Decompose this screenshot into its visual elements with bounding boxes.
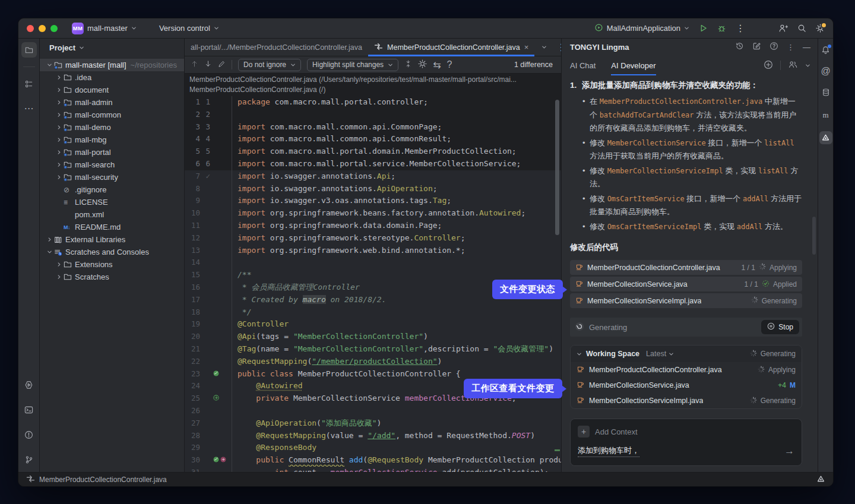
tab-ai-developer[interactable]: AI Developer bbox=[611, 55, 656, 75]
bean-icon[interactable] bbox=[213, 454, 219, 467]
lingma-status-icon[interactable] bbox=[816, 475, 825, 484]
stop-button[interactable]: Stop bbox=[761, 320, 799, 334]
tab-list-button[interactable] bbox=[542, 45, 547, 50]
diff-settings-button[interactable] bbox=[418, 59, 427, 71]
add-context-button[interactable]: + Add Context bbox=[578, 426, 794, 438]
tree-item[interactable]: .idea bbox=[40, 71, 184, 84]
working-space-file-row[interactable]: MemberCollectionService.java+4M bbox=[571, 378, 802, 393]
collapse-unchanged-button[interactable] bbox=[404, 59, 412, 70]
tree-item[interactable]: mall-mbg bbox=[40, 134, 184, 146]
commit-tool-button[interactable] bbox=[21, 76, 37, 91]
minimize-window-button[interactable] bbox=[39, 25, 46, 32]
maven-tool-button[interactable]: m bbox=[822, 110, 828, 120]
new-chat-icon[interactable] bbox=[752, 42, 761, 52]
chevron-right-icon[interactable] bbox=[54, 100, 64, 105]
tab-file-path[interactable]: all-portal/.../MemberProductCollectionCo… bbox=[185, 39, 368, 56]
history-icon[interactable] bbox=[735, 42, 744, 52]
chat-input-card[interactable]: + Add Context 添加到购物车时， → bbox=[570, 419, 802, 466]
chevron-right-icon[interactable] bbox=[54, 87, 64, 93]
chevron-right-icon[interactable] bbox=[54, 112, 64, 118]
editor-scrollbar[interactable] bbox=[555, 100, 559, 235]
chevron-right-icon[interactable] bbox=[45, 237, 54, 242]
chevron-right-icon[interactable] bbox=[54, 175, 64, 180]
next-change-button[interactable] bbox=[204, 59, 212, 70]
ignore-whitespace-dropdown[interactable]: Do not ignore bbox=[238, 59, 301, 71]
chevron-right-icon[interactable] bbox=[54, 150, 64, 155]
tree-item[interactable]: document bbox=[40, 84, 184, 96]
chat-input-text[interactable]: 添加到购物车时， bbox=[578, 445, 639, 457]
close-window-button[interactable] bbox=[27, 25, 34, 32]
tree-item[interactable]: mall-master [mall]~/repositories bbox=[40, 59, 184, 71]
chevron-down-icon[interactable] bbox=[45, 62, 54, 68]
chevron-right-icon[interactable] bbox=[54, 262, 64, 267]
run-button[interactable] bbox=[699, 24, 708, 33]
tree-item[interactable]: mall-search bbox=[40, 159, 184, 171]
working-space-filter[interactable]: Latest bbox=[646, 350, 674, 358]
help-icon[interactable] bbox=[770, 42, 778, 52]
tree-item[interactable]: External Libraries bbox=[40, 233, 184, 246]
database-tool-button[interactable] bbox=[822, 88, 830, 99]
bean-icon[interactable] bbox=[213, 368, 219, 381]
git-tool-button[interactable] bbox=[21, 452, 37, 467]
previous-change-button[interactable] bbox=[191, 59, 198, 70]
tree-item[interactable]: mall-demo bbox=[40, 121, 184, 134]
tree-item[interactable]: mall-portal bbox=[40, 146, 184, 159]
lingma-tool-button[interactable] bbox=[819, 131, 832, 144]
tree-item[interactable]: M↓README.md bbox=[40, 221, 184, 233]
tree-item[interactable]: mall-common bbox=[40, 109, 184, 121]
more-icon[interactable]: ⋮ bbox=[787, 43, 794, 52]
tree-item[interactable]: mall-security bbox=[40, 171, 184, 183]
chevron-right-icon[interactable] bbox=[54, 162, 64, 167]
tab-diff-active[interactable]: MemberProductCollectionController.java × bbox=[368, 39, 534, 56]
send-icon[interactable]: → bbox=[784, 445, 794, 457]
search-everywhere-button[interactable] bbox=[797, 24, 806, 33]
project-tool-button[interactable] bbox=[21, 42, 37, 58]
chevron-down-icon[interactable] bbox=[45, 249, 54, 255]
changed-file-row[interactable]: MemberCollectionService.java1 / 1Applied bbox=[570, 277, 802, 291]
project-widget[interactable]: MM mall-master bbox=[72, 23, 137, 34]
new-session-icon[interactable] bbox=[764, 60, 773, 71]
tree-item[interactable]: Scratches and Consoles bbox=[40, 246, 184, 258]
chevron-right-icon[interactable] bbox=[54, 75, 64, 80]
settings-button[interactable] bbox=[816, 24, 825, 33]
chevron-right-icon[interactable] bbox=[54, 137, 64, 142]
beanarrow-icon[interactable] bbox=[213, 392, 219, 405]
help-button[interactable]: ? bbox=[447, 59, 452, 70]
notifications-button[interactable] bbox=[821, 46, 830, 55]
minimize-icon[interactable]: — bbox=[803, 43, 810, 52]
services-tool-button[interactable] bbox=[21, 377, 37, 392]
highlight-mode-dropdown[interactable]: Highlight split changes bbox=[307, 59, 398, 71]
debug-button[interactable] bbox=[717, 24, 726, 33]
run-config-widget[interactable]: MallAdminApplication bbox=[594, 23, 689, 34]
tree-item[interactable]: ⊘.gitignore bbox=[40, 183, 184, 196]
agents-icon[interactable] bbox=[788, 60, 798, 71]
changed-file-row[interactable]: MemberProductCollectionController.java1 … bbox=[570, 260, 802, 275]
working-space-header[interactable]: Working Space Latest Generating bbox=[571, 345, 802, 362]
changed-file-row[interactable]: MemberCollectionServiceImpl.javaGenerati… bbox=[570, 293, 802, 308]
close-icon[interactable]: × bbox=[524, 43, 529, 52]
chevron-right-icon[interactable] bbox=[54, 125, 64, 130]
edit-button[interactable] bbox=[218, 59, 226, 70]
endpoint-icon[interactable] bbox=[220, 454, 226, 467]
project-panel-header[interactable]: Project bbox=[40, 39, 184, 56]
chevron-right-icon[interactable] bbox=[54, 274, 64, 280]
chevron-down-icon[interactable] bbox=[805, 63, 810, 68]
more-tools-button[interactable]: ⋯ bbox=[21, 100, 37, 116]
tree-item[interactable]: pom.xml bbox=[40, 208, 184, 221]
vcs-widget[interactable]: Version control bbox=[159, 24, 219, 33]
problems-tool-button[interactable] bbox=[21, 427, 37, 442]
mentions-button[interactable]: @ bbox=[821, 66, 830, 77]
terminal-tool-button[interactable] bbox=[21, 402, 37, 417]
zoom-window-button[interactable] bbox=[50, 25, 58, 32]
tab-ai-chat[interactable]: AI Chat bbox=[570, 55, 596, 75]
swap-sides-button[interactable]: ⇆ bbox=[433, 59, 441, 71]
working-space-file-row[interactable]: MemberProductCollectionController.javaAp… bbox=[571, 362, 802, 378]
tree-item[interactable]: ≡LICENSE bbox=[40, 196, 184, 208]
tree-item[interactable]: mall-admin bbox=[40, 96, 184, 109]
panel-scrollbar[interactable] bbox=[812, 217, 816, 255]
code-with-me-button[interactable] bbox=[778, 24, 788, 33]
tree-item[interactable]: Scratches bbox=[40, 271, 184, 283]
working-space-file-row[interactable]: MemberCollectionServiceImpl.javaGenerati… bbox=[571, 393, 802, 408]
more-actions-button[interactable]: ⋮ bbox=[736, 23, 745, 34]
tree-item[interactable]: Extensions bbox=[40, 258, 184, 271]
